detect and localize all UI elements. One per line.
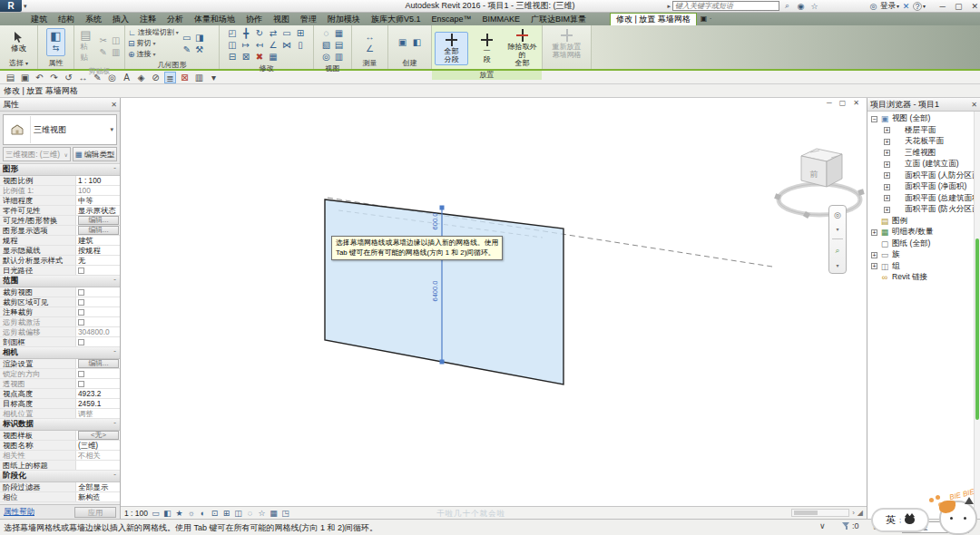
panel-label-properties[interactable]: 属性 xyxy=(38,59,74,69)
view-control-icon[interactable]: ▭ xyxy=(151,509,161,518)
property-row[interactable]: 远剪裁激活 xyxy=(0,317,120,327)
properties-section-header[interactable]: 图形 xyxy=(0,164,120,176)
qat-tool-icon[interactable]: ✎ xyxy=(92,72,103,83)
modify-tool-icon[interactable]: ↤ xyxy=(253,39,266,51)
modify-tool-icon[interactable]: ▦ xyxy=(267,51,279,63)
tree-expander-icon[interactable] xyxy=(871,229,877,236)
hammer-icon[interactable]: ⚒ xyxy=(193,44,206,55)
measure-tool-icon[interactable]: ∠ xyxy=(363,43,377,54)
property-row[interactable]: 目标高度 2459.1 2459.1 xyxy=(0,399,120,409)
ribbon-tab[interactable]: 族库大师V5.1 xyxy=(366,13,426,25)
view-minimize-icon[interactable] xyxy=(827,99,832,107)
property-row[interactable]: 远剪裁偏移 304800.0 304800.0 xyxy=(0,327,120,337)
view-control-icon[interactable]: ◳ xyxy=(280,509,290,518)
qat-tool-icon[interactable]: ▾ xyxy=(208,72,220,83)
tree-item[interactable]: 图例 xyxy=(867,216,980,228)
modify-tool-icon[interactable]: ∠ xyxy=(267,39,279,51)
minimize-button[interactable] xyxy=(940,2,946,11)
tree-expander-icon[interactable] xyxy=(884,161,890,168)
drawing-canvas[interactable]: 600.0 6400.0 前 xyxy=(121,98,867,506)
qat-tool-icon[interactable]: ▣ xyxy=(19,72,31,83)
tree-item[interactable]: 三维视图 xyxy=(867,148,980,160)
tree-item[interactable]: 面积平面 (净面积) xyxy=(867,181,980,193)
tree-item[interactable]: 图纸 (全部) xyxy=(867,238,980,250)
view-tool-icon[interactable]: ◎ xyxy=(320,51,333,63)
geometry-item[interactable]: ∟ 连接端切割 xyxy=(128,27,179,37)
panel-label-create[interactable]: 创建 xyxy=(388,59,431,69)
tree-expander-icon[interactable] xyxy=(884,195,890,201)
demolish-icon[interactable]: ▭ xyxy=(181,32,193,44)
temp-dimension-top[interactable]: 600.0 xyxy=(431,213,439,230)
modify-tool-icon[interactable]: ⊠ xyxy=(240,51,252,63)
panel-label-measure[interactable]: 测量 xyxy=(352,59,387,69)
instance-selector[interactable]: 三维视图: (三维) xyxy=(3,147,71,161)
property-row[interactable]: 视图名称 (三维) (三维) xyxy=(0,441,120,451)
modify-tool-icon[interactable]: ▯ xyxy=(294,39,307,51)
properties-section-header[interactable]: 相机 xyxy=(0,347,120,359)
navbar-caret-icon[interactable] xyxy=(836,226,838,232)
tree-item[interactable]: 面积平面 (人防分区面积) xyxy=(867,170,980,182)
view-control-icon[interactable]: ☼ xyxy=(186,509,196,518)
modify-tool-icon[interactable]: ╋ xyxy=(240,27,252,39)
measure-tool-icon[interactable]: ↔ xyxy=(363,31,377,43)
properties-section-header[interactable]: 标识数据 xyxy=(0,419,120,431)
qat-tool-icon[interactable]: ⊠ xyxy=(179,72,191,83)
exchange-icon[interactable]: ◉ xyxy=(795,2,807,11)
view-control-icon[interactable]: ⊞ xyxy=(221,509,231,518)
ribbon-tab[interactable]: 协作 xyxy=(240,13,268,25)
tree-expander-icon[interactable] xyxy=(884,150,890,156)
restore-button[interactable] xyxy=(955,2,963,11)
modify-tool-icon[interactable]: ▭ xyxy=(280,27,293,39)
zoom-tool-icon[interactable]: ⌕ xyxy=(835,246,839,256)
view-tool-icon[interactable]: ▤ xyxy=(333,39,346,51)
view-control-icon[interactable]: ▦ xyxy=(269,509,279,518)
paste-button[interactable]: ▤ 粘贴 xyxy=(76,27,94,65)
signin-caret-icon[interactable] xyxy=(897,3,899,9)
scrollbar-thumb[interactable] xyxy=(794,511,818,515)
property-row[interactable]: 视图样板 <无> <无> xyxy=(0,431,120,441)
property-row[interactable]: 阶段过滤器 全部显示 全部显示 xyxy=(0,482,120,492)
view-control-icon[interactable]: ◧ xyxy=(162,509,172,518)
search-toggle-icon[interactable]: ▸ xyxy=(667,3,671,10)
properties-section-header[interactable]: 范围 xyxy=(0,276,120,287)
help-caret-icon[interactable] xyxy=(923,3,926,9)
placement-option-button[interactable]: 一 段 xyxy=(470,32,504,65)
project-browser-close-icon[interactable] xyxy=(971,101,977,109)
ribbon-tab[interactable]: 插入 xyxy=(107,13,134,25)
ribbon-tab[interactable]: 建筑 xyxy=(25,13,53,25)
tree-item[interactable]: Revit 链接 xyxy=(867,272,980,284)
panel-label-placement[interactable]: 放置 xyxy=(432,71,542,80)
properties-toggle-button[interactable]: ◧ ⇆ xyxy=(46,28,64,56)
contextual-tab-modify-place-curtain-grid[interactable]: 修改 | 放置 幕墙网格 xyxy=(610,13,697,25)
property-row[interactable]: 锁定的方向 xyxy=(0,369,120,379)
view-control-icon[interactable]: ★ xyxy=(174,509,184,518)
panel-label-geometry[interactable]: 几何图形 xyxy=(125,61,219,70)
match-icon[interactable]: ✎ xyxy=(97,46,110,58)
property-row[interactable]: 相位 新构造 新构造 xyxy=(0,492,120,502)
type-selector[interactable]: 三维视图 xyxy=(3,114,117,145)
viewcube[interactable]: 前 xyxy=(774,149,865,219)
split-face-icon[interactable]: ✎ xyxy=(181,44,193,55)
curtain-wall[interactable] xyxy=(325,199,564,384)
ribbon-tab[interactable]: 分析 xyxy=(162,13,189,25)
property-row[interactable]: 视点高度 4923.2 4923.2 xyxy=(0,389,120,399)
property-row[interactable]: 裁剪区域可见 xyxy=(0,297,120,307)
sign-in-label[interactable]: 登录 xyxy=(880,1,896,12)
view-restore-icon[interactable] xyxy=(839,99,847,107)
view-control-icon[interactable]: ☆ xyxy=(257,509,267,518)
ribbon-tab[interactable]: BIMMAKE xyxy=(477,13,526,25)
tree-item[interactable]: 天花板平面 xyxy=(867,136,980,148)
qat-tool-icon[interactable]: ↔ xyxy=(77,72,89,83)
tree-expander-icon[interactable] xyxy=(884,184,890,190)
property-row[interactable]: 比例值 1: 100 100 xyxy=(0,186,120,196)
property-row[interactable]: 零件可见性 显示原状态 显示原状态 xyxy=(0,206,120,216)
property-row[interactable]: 渲染设置 编辑... 编辑... xyxy=(0,359,120,369)
modify-tool-icon[interactable]: ⊞ xyxy=(294,27,307,39)
property-row[interactable]: 默认分析显示样式 无 无 xyxy=(0,256,120,266)
tree-item[interactable]: 面积平面 (总建筑面积) xyxy=(867,193,980,205)
tree-expander-icon[interactable] xyxy=(871,116,877,122)
type-selector-caret-icon[interactable] xyxy=(110,126,116,133)
app-menu-button[interactable]: R xyxy=(0,0,22,12)
property-row[interactable]: 详细程度 中等 中等 xyxy=(0,196,120,206)
modify-tool-button[interactable]: 修改 xyxy=(7,29,30,56)
